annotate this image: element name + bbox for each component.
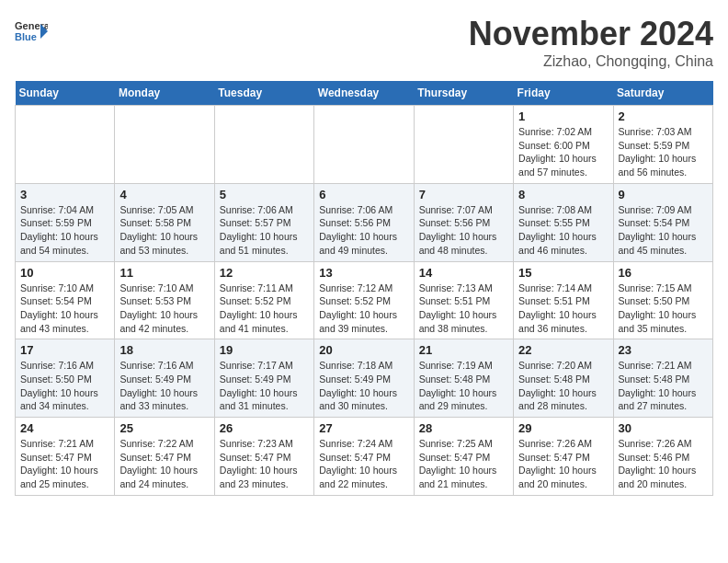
day-info: Sunrise: 7:21 AMSunset: 5:47 PMDaylight:… — [20, 437, 109, 491]
weekday-friday: Friday — [514, 81, 613, 106]
calendar-cell: 5Sunrise: 7:06 AMSunset: 5:57 PMDaylight… — [214, 183, 313, 261]
day-number: 11 — [119, 266, 209, 280]
day-number: 2 — [619, 109, 708, 123]
calendar-cell: 7Sunrise: 7:07 AMSunset: 5:56 PMDaylight… — [414, 183, 513, 261]
day-number: 21 — [419, 343, 508, 357]
weekday-tuesday: Tuesday — [214, 81, 313, 106]
svg-text:Blue: Blue — [15, 31, 37, 42]
day-number: 19 — [220, 343, 309, 357]
day-info: Sunrise: 7:21 AMSunset: 5:48 PMDaylight:… — [619, 359, 708, 413]
title-block: November 2024 Zizhao, Chongqing, China — [469, 15, 713, 70]
calendar-cell: 16Sunrise: 7:15 AMSunset: 5:50 PMDayligh… — [613, 261, 712, 339]
calendar-cell: 14Sunrise: 7:13 AMSunset: 5:51 PMDayligh… — [414, 261, 513, 339]
day-number: 1 — [518, 109, 608, 123]
calendar-cell: 1Sunrise: 7:02 AMSunset: 6:00 PMDaylight… — [514, 106, 613, 184]
weekday-thursday: Thursday — [414, 81, 513, 106]
calendar-cell: 12Sunrise: 7:11 AMSunset: 5:52 PMDayligh… — [214, 261, 313, 339]
day-number: 13 — [319, 266, 408, 280]
day-number: 18 — [119, 343, 209, 357]
day-number: 23 — [619, 343, 708, 357]
day-info: Sunrise: 7:24 AMSunset: 5:47 PMDaylight:… — [319, 437, 408, 491]
calendar-cell: 13Sunrise: 7:12 AMSunset: 5:52 PMDayligh… — [314, 261, 414, 339]
calendar-body: 1Sunrise: 7:02 AMSunset: 6:00 PMDaylight… — [16, 106, 713, 496]
day-info: Sunrise: 7:23 AMSunset: 5:47 PMDaylight:… — [220, 437, 309, 491]
calendar-cell: 15Sunrise: 7:14 AMSunset: 5:51 PMDayligh… — [514, 261, 613, 339]
weekday-wednesday: Wednesday — [314, 81, 414, 106]
week-row-5: 24Sunrise: 7:21 AMSunset: 5:47 PMDayligh… — [16, 418, 713, 496]
day-info: Sunrise: 7:04 AMSunset: 5:59 PMDaylight:… — [20, 203, 109, 258]
week-row-3: 10Sunrise: 7:10 AMSunset: 5:54 PMDayligh… — [16, 261, 713, 339]
calendar-cell — [214, 106, 313, 184]
calendar-cell: 9Sunrise: 7:09 AMSunset: 5:54 PMDaylight… — [613, 183, 712, 261]
day-number: 4 — [119, 188, 209, 201]
calendar-cell: 6Sunrise: 7:06 AMSunset: 5:56 PMDaylight… — [314, 183, 414, 261]
day-info: Sunrise: 7:07 AMSunset: 5:56 PMDaylight:… — [419, 203, 508, 258]
weekday-monday: Monday — [115, 81, 214, 106]
calendar-cell: 22Sunrise: 7:20 AMSunset: 5:48 PMDayligh… — [514, 339, 613, 418]
day-number: 12 — [220, 266, 309, 280]
week-row-4: 17Sunrise: 7:16 AMSunset: 5:50 PMDayligh… — [16, 339, 713, 418]
day-info: Sunrise: 7:08 AMSunset: 5:55 PMDaylight:… — [518, 203, 608, 258]
day-info: Sunrise: 7:15 AMSunset: 5:50 PMDaylight:… — [619, 282, 708, 336]
day-info: Sunrise: 7:25 AMSunset: 5:47 PMDaylight:… — [419, 437, 508, 491]
day-number: 26 — [220, 421, 309, 435]
day-number: 14 — [419, 266, 508, 280]
weekday-saturday: Saturday — [613, 81, 712, 106]
day-info: Sunrise: 7:14 AMSunset: 5:51 PMDaylight:… — [518, 282, 608, 336]
week-row-2: 3Sunrise: 7:04 AMSunset: 5:59 PMDaylight… — [16, 183, 713, 261]
day-info: Sunrise: 7:10 AMSunset: 5:54 PMDaylight:… — [20, 282, 109, 336]
calendar-cell: 25Sunrise: 7:22 AMSunset: 5:47 PMDayligh… — [115, 418, 214, 496]
day-number: 17 — [20, 343, 109, 357]
day-info: Sunrise: 7:17 AMSunset: 5:49 PMDaylight:… — [220, 359, 309, 413]
calendar-cell: 3Sunrise: 7:04 AMSunset: 5:59 PMDaylight… — [16, 183, 115, 261]
day-number: 20 — [319, 343, 408, 357]
day-info: Sunrise: 7:03 AMSunset: 5:59 PMDaylight:… — [619, 125, 708, 179]
calendar-cell — [414, 106, 513, 184]
calendar-table: SundayMondayTuesdayWednesdayThursdayFrid… — [15, 81, 713, 496]
calendar-cell — [16, 106, 115, 184]
calendar-cell: 30Sunrise: 7:26 AMSunset: 5:46 PMDayligh… — [613, 418, 712, 496]
day-info: Sunrise: 7:18 AMSunset: 5:49 PMDaylight:… — [319, 359, 408, 413]
calendar-cell: 21Sunrise: 7:19 AMSunset: 5:48 PMDayligh… — [414, 339, 513, 418]
day-number: 8 — [518, 188, 608, 201]
day-number: 27 — [319, 421, 408, 435]
day-number: 5 — [220, 188, 309, 201]
day-number: 16 — [619, 266, 708, 280]
day-info: Sunrise: 7:06 AMSunset: 5:57 PMDaylight:… — [220, 203, 309, 258]
day-number: 3 — [20, 188, 109, 201]
calendar-cell: 18Sunrise: 7:16 AMSunset: 5:49 PMDayligh… — [115, 339, 214, 418]
day-info: Sunrise: 7:02 AMSunset: 6:00 PMDaylight:… — [518, 125, 608, 179]
day-number: 10 — [20, 266, 109, 280]
calendar-cell: 11Sunrise: 7:10 AMSunset: 5:53 PMDayligh… — [115, 261, 214, 339]
day-number: 15 — [518, 266, 608, 280]
day-number: 30 — [619, 421, 708, 435]
calendar-cell: 17Sunrise: 7:16 AMSunset: 5:50 PMDayligh… — [16, 339, 115, 418]
day-info: Sunrise: 7:26 AMSunset: 5:47 PMDaylight:… — [518, 437, 608, 491]
logo-icon: General Blue — [15, 15, 48, 48]
calendar-cell: 8Sunrise: 7:08 AMSunset: 5:55 PMDaylight… — [514, 183, 613, 261]
day-info: Sunrise: 7:16 AMSunset: 5:49 PMDaylight:… — [119, 359, 209, 413]
day-number: 6 — [319, 188, 408, 201]
weekday-header-row: SundayMondayTuesdayWednesdayThursdayFrid… — [16, 81, 713, 106]
day-info: Sunrise: 7:06 AMSunset: 5:56 PMDaylight:… — [319, 203, 408, 258]
day-number: 28 — [419, 421, 508, 435]
calendar-cell: 29Sunrise: 7:26 AMSunset: 5:47 PMDayligh… — [514, 418, 613, 496]
calendar-cell: 28Sunrise: 7:25 AMSunset: 5:47 PMDayligh… — [414, 418, 513, 496]
week-row-1: 1Sunrise: 7:02 AMSunset: 6:00 PMDaylight… — [16, 106, 713, 184]
calendar-cell: 23Sunrise: 7:21 AMSunset: 5:48 PMDayligh… — [613, 339, 712, 418]
day-number: 24 — [20, 421, 109, 435]
page-header: General Blue November 2024 Zizhao, Chong… — [15, 15, 713, 70]
day-number: 29 — [518, 421, 608, 435]
day-info: Sunrise: 7:05 AMSunset: 5:58 PMDaylight:… — [119, 203, 209, 258]
day-number: 9 — [619, 188, 708, 201]
calendar-cell — [115, 106, 214, 184]
month-title: November 2024 — [469, 15, 713, 53]
calendar-cell: 27Sunrise: 7:24 AMSunset: 5:47 PMDayligh… — [314, 418, 414, 496]
calendar-cell: 24Sunrise: 7:21 AMSunset: 5:47 PMDayligh… — [16, 418, 115, 496]
day-info: Sunrise: 7:09 AMSunset: 5:54 PMDaylight:… — [619, 203, 708, 258]
day-info: Sunrise: 7:11 AMSunset: 5:52 PMDaylight:… — [220, 282, 309, 336]
location: Zizhao, Chongqing, China — [469, 53, 713, 70]
day-info: Sunrise: 7:20 AMSunset: 5:48 PMDaylight:… — [518, 359, 608, 413]
logo: General Blue — [15, 15, 48, 48]
day-number: 22 — [518, 343, 608, 357]
